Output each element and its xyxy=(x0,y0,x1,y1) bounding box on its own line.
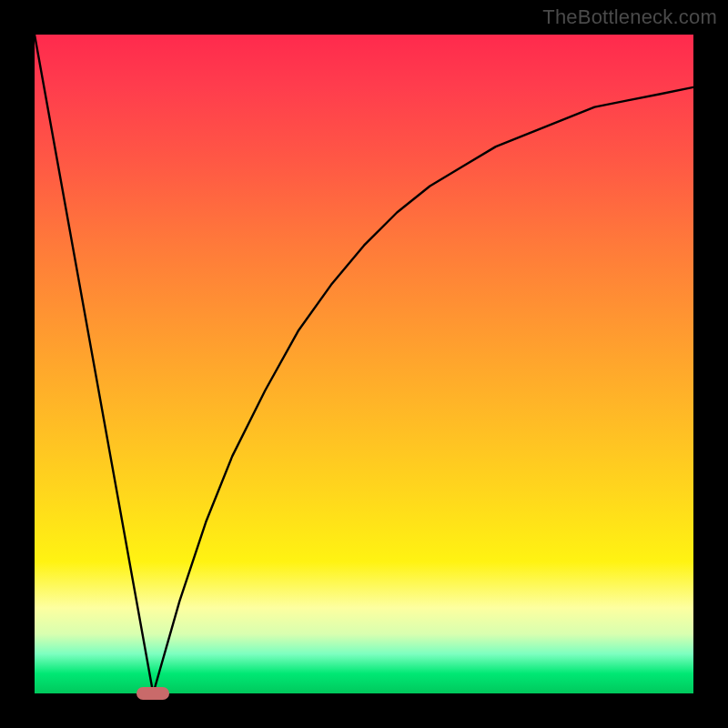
watermark-text: TheBottleneck.com xyxy=(542,5,717,29)
chart-curve-svg xyxy=(35,35,693,693)
chart-frame: TheBottleneck.com xyxy=(0,0,728,728)
chart-curve-path xyxy=(35,35,693,693)
chart-plot-area xyxy=(35,35,693,693)
chart-optimum-marker xyxy=(136,687,169,700)
